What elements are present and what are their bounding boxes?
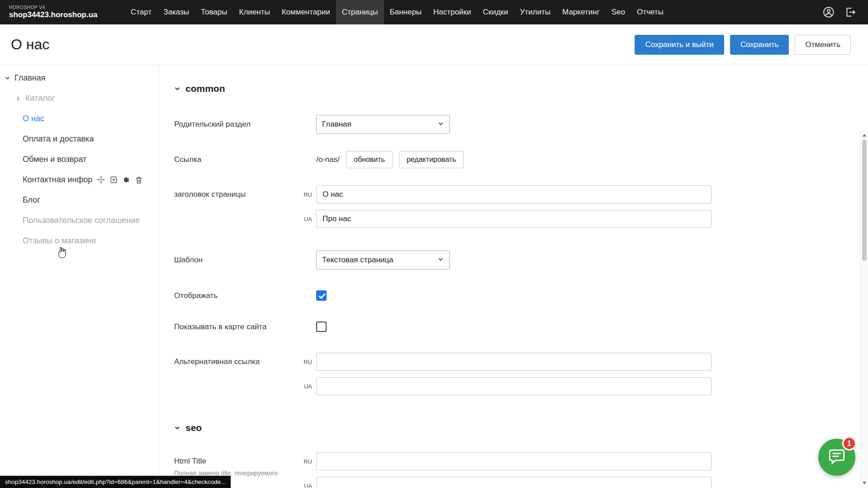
brand[interactable]: HOROSHOP V4 shop34423.horoshop.ua bbox=[9, 0, 104, 24]
tree-item-contact-info[interactable]: Контактная инфор bbox=[0, 170, 159, 190]
display-label: Отображать bbox=[174, 291, 301, 300]
tree-item-payment-delivery[interactable]: Оплата и доставка bbox=[0, 129, 159, 149]
logout-icon[interactable] bbox=[844, 6, 856, 18]
chevron-down-icon bbox=[174, 85, 180, 92]
page-title-ru-input[interactable] bbox=[316, 185, 711, 204]
tree-item-user-agreement[interactable]: Пользовательское соглашение bbox=[0, 210, 159, 231]
section-seo-toggle[interactable]: seo bbox=[174, 422, 868, 433]
drag-move-icon[interactable] bbox=[97, 175, 105, 184]
link-update-button[interactable]: обновить bbox=[346, 151, 393, 168]
menu-item-start[interactable]: Старт bbox=[125, 0, 157, 24]
page-title: О нас bbox=[11, 36, 49, 53]
tree-item-label: Пользовательское соглашение bbox=[23, 216, 140, 225]
section-common-toggle[interactable]: common bbox=[174, 83, 868, 94]
html-title-ru-input[interactable] bbox=[316, 452, 711, 470]
section-common-title: common bbox=[185, 83, 225, 94]
cancel-button[interactable]: Отменить bbox=[795, 35, 851, 55]
content-area: Главная Каталог О нас Оплата и доставка … bbox=[0, 65, 868, 488]
sitemap-label: Показывать в карте сайта bbox=[174, 322, 301, 332]
chat-launcher-button[interactable]: 1 bbox=[818, 439, 855, 476]
template-select[interactable]: Текстовая страница bbox=[316, 251, 450, 270]
menu-item-reports[interactable]: Отчеты bbox=[631, 0, 669, 24]
tree-item-label: О нас bbox=[23, 114, 44, 123]
template-value: Текстовая страница bbox=[322, 256, 394, 265]
page-title-ua-input[interactable] bbox=[316, 210, 711, 228]
chat-unread-badge: 1 bbox=[842, 436, 856, 450]
menu-item-settings[interactable]: Настройки bbox=[427, 0, 477, 24]
menu-item-orders[interactable]: Заказы bbox=[157, 0, 195, 24]
brand-domain: shop34423.horoshop.ua bbox=[9, 10, 104, 19]
page-title-field-label: заголовок страницы bbox=[174, 185, 301, 199]
alt-link-ua-input[interactable] bbox=[316, 377, 711, 395]
select-caret-icon bbox=[438, 120, 444, 129]
delete-trash-icon[interactable] bbox=[135, 176, 143, 184]
add-page-icon[interactable] bbox=[109, 175, 118, 184]
menu-item-utilities[interactable]: Утилиты bbox=[514, 0, 557, 24]
lang-tag-ru: RU bbox=[301, 359, 316, 365]
brand-version: HOROSHOP V4 bbox=[9, 5, 104, 10]
html-title-label-block: Html Title Полная замена title, генериру… bbox=[174, 452, 301, 477]
save-and-exit-button[interactable]: Сохранить и выйти bbox=[635, 35, 724, 55]
menu-item-comments[interactable]: Комментарии bbox=[276, 0, 336, 24]
settings-gear-icon[interactable] bbox=[122, 175, 131, 184]
parent-section-value: Главная bbox=[322, 120, 351, 129]
tree-item-exchange-return[interactable]: Обмен и возврат bbox=[0, 149, 159, 170]
lang-tag-ua: UA bbox=[301, 483, 316, 488]
user-account-icon[interactable] bbox=[823, 6, 835, 18]
parent-section-label: Родительский раздел bbox=[174, 120, 301, 129]
alt-link-ru-input[interactable] bbox=[316, 353, 711, 371]
scroll-up-arrow[interactable] bbox=[861, 132, 868, 139]
chevron-down-icon bbox=[174, 425, 180, 431]
section-seo-title: seo bbox=[185, 422, 202, 433]
alt-link-label: Альтернативная ссылка bbox=[174, 353, 301, 366]
status-url: shop34423.horoshop.ua/edit/edit.php?id=6… bbox=[5, 479, 226, 485]
tree-item-label: Оплата и доставка bbox=[23, 134, 94, 144]
main-menu: Старт Заказы Товары Клиенты Комментарии … bbox=[125, 0, 669, 24]
topbar: HOROSHOP V4 shop34423.horoshop.ua Старт … bbox=[0, 0, 868, 24]
tree-item-label: Контактная инфор bbox=[23, 175, 92, 185]
link-preview-statusbar: shop34423.horoshop.ua/edit/edit.php?id=6… bbox=[0, 476, 231, 488]
menu-item-discounts[interactable]: Скидки bbox=[477, 0, 514, 24]
vertical-scrollbar[interactable] bbox=[860, 131, 868, 488]
tree-item-label: Каталог bbox=[25, 94, 55, 103]
menu-item-banners[interactable]: Баннеры bbox=[384, 0, 428, 24]
tree-item-label: Главная bbox=[14, 73, 46, 83]
menu-item-seo[interactable]: Seo bbox=[606, 0, 631, 24]
tree-item-label: Обмен и возврат bbox=[23, 155, 86, 164]
lang-tag-ua: UA bbox=[301, 383, 316, 390]
menu-item-clients[interactable]: Клиенты bbox=[233, 0, 276, 24]
lang-tag-ru: RU bbox=[301, 458, 316, 465]
tree-item-catalog[interactable]: Каталог bbox=[0, 88, 159, 109]
scroll-down-arrow[interactable] bbox=[861, 479, 868, 487]
lang-tag-ua: UA bbox=[301, 216, 316, 223]
html-title-ua-input[interactable] bbox=[316, 477, 711, 488]
chevron-down-icon[interactable] bbox=[4, 75, 11, 82]
menu-item-marketing[interactable]: Маркетинг bbox=[556, 0, 606, 24]
link-label: Ссылка bbox=[174, 155, 301, 164]
link-edit-button[interactable]: редактировать bbox=[399, 151, 464, 168]
scrollbar-thumb[interactable] bbox=[862, 140, 867, 261]
menu-item-pages[interactable]: Страницы bbox=[336, 0, 384, 24]
link-path-value: /o-nas/ bbox=[316, 155, 340, 164]
pages-tree-sidebar: Главная Каталог О нас Оплата и доставка … bbox=[0, 65, 159, 488]
lang-tag-ru: RU bbox=[301, 191, 316, 198]
parent-section-select[interactable]: Главная bbox=[316, 115, 450, 134]
tree-item-store-reviews[interactable]: Отзывы о магазине bbox=[0, 231, 159, 251]
select-caret-icon bbox=[438, 256, 444, 265]
page-edit-form: common Родительский раздел Главная Ссылк… bbox=[159, 65, 868, 488]
sitemap-checkbox[interactable] bbox=[316, 322, 327, 332]
template-label: Шаблон bbox=[174, 256, 301, 265]
display-checkbox[interactable] bbox=[316, 290, 327, 301]
tree-item-blog[interactable]: Блог bbox=[0, 190, 159, 210]
chat-bubble-icon bbox=[828, 447, 846, 467]
save-button[interactable]: Сохранить bbox=[730, 35, 789, 55]
tree-item-label: Отзывы о магазине bbox=[23, 236, 96, 246]
tree-item-label: Блог bbox=[23, 195, 40, 205]
tree-item-home[interactable]: Главная bbox=[0, 68, 159, 88]
tree-item-about[interactable]: О нас bbox=[0, 109, 159, 129]
page-header: О нас Сохранить и выйти Сохранить Отмени… bbox=[0, 24, 868, 65]
html-title-label: Html Title bbox=[174, 457, 206, 465]
chevron-right-icon[interactable] bbox=[14, 95, 22, 102]
menu-item-products[interactable]: Товары bbox=[195, 0, 233, 24]
